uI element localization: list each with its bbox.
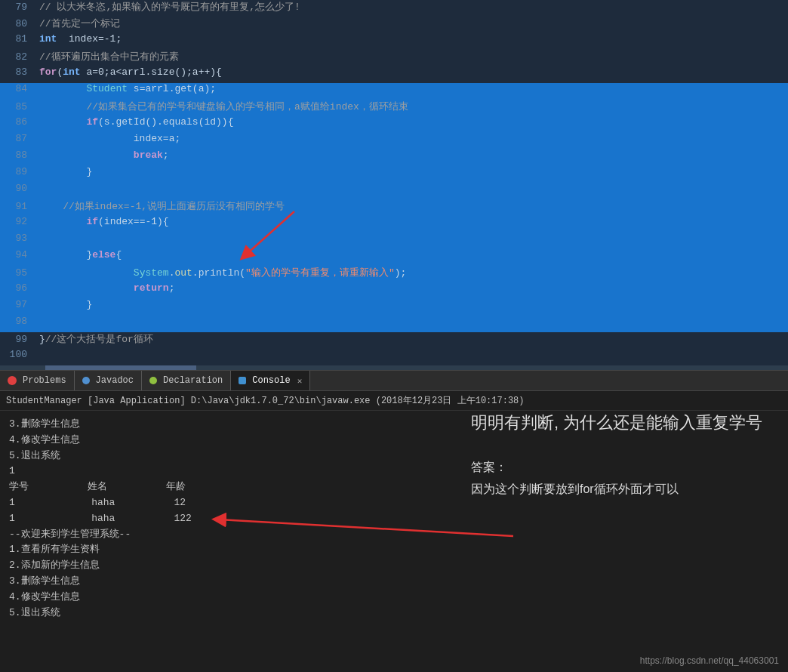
code-line-87: 87 index=a; <box>0 133 788 150</box>
line-number: 97 <box>0 299 36 310</box>
line-content: for(int a=0;a<arrl.size();a++){ <box>36 66 788 78</box>
line-content: } <box>36 166 788 177</box>
code-line-90: 90 <box>0 183 788 199</box>
line-number: 79 <box>0 2 36 13</box>
code-line-98: 98 <box>0 316 788 332</box>
code-line-100: 100 <box>0 349 788 365</box>
line-content: System.out.println("输入的学号有重复，请重新输入"); <box>36 266 788 279</box>
line-number: 85 <box>0 101 36 113</box>
line-content: } <box>36 299 788 310</box>
line-number: 82 <box>0 51 36 63</box>
console-line: 1 haha 122 <box>9 511 779 527</box>
line-content: }//这个大括号是for循环 <box>36 332 788 346</box>
line-content: Student s=arrl.get(a); <box>36 83 788 94</box>
line-number: 93 <box>0 233 36 244</box>
code-line-83: 83for(int a=0;a<arrl.size();a++){ <box>0 66 788 83</box>
line-number: 91 <box>0 201 36 212</box>
console-line: 5.退出系统 <box>9 606 779 621</box>
code-line-95: 95 System.out.println("输入的学号有重复，请重新输入"); <box>0 266 788 282</box>
line-content: break; <box>36 150 788 161</box>
tab-javadoc[interactable]: Javadoc <box>75 371 142 390</box>
tab-problems[interactable]: Problems <box>0 371 75 390</box>
line-number: 90 <box>0 183 36 194</box>
tab-console[interactable]: Console ✕ <box>231 371 310 390</box>
line-number: 84 <box>0 83 36 94</box>
declaration-tab-label: Declaration <box>163 375 223 386</box>
code-scrollbar[interactable] <box>0 365 788 370</box>
javadoc-tab-label: Javadoc <box>96 375 134 386</box>
line-content: index=a; <box>36 133 788 144</box>
code-line-79: 79// 以大米冬恣,如果输入的学号厩已有的有里复,怎么少了! <box>0 0 788 17</box>
code-line-81: 81int index=-1; <box>0 33 788 50</box>
watermark: https://blog.csdn.net/qq_44063001 <box>640 655 779 666</box>
line-number: 89 <box>0 166 36 177</box>
code-line-85: 85 //如果集合已有的学号和键盘输入的学号相同，a赋值给index，循环结束 <box>0 100 788 116</box>
console-line: 4.修改学生信息 <box>9 590 779 606</box>
tab-declaration[interactable]: Declaration <box>142 371 231 390</box>
line-number: 80 <box>0 18 36 29</box>
line-number: 83 <box>0 66 36 78</box>
problems-icon <box>8 376 17 385</box>
line-content: //循环遍历出集合中已有的元素 <box>36 50 788 63</box>
code-line-86: 86 if(s.getId().equals(id)){ <box>0 116 788 133</box>
console-tab-label: Console <box>252 375 290 386</box>
problems-tab-label: Problems <box>23 375 66 386</box>
line-number: 100 <box>0 349 36 360</box>
line-number: 88 <box>0 150 36 161</box>
code-line-93: 93 <box>0 233 788 249</box>
annotation-answer: 答案： 因为这个判断要放到for循环外面才可以 <box>471 457 758 501</box>
line-content: }else{ <box>36 249 788 260</box>
watermark-text: https://blog.csdn.net/qq_44063001 <box>640 655 779 666</box>
run-info-bar: StudentManager [Java Application] D:\Jav… <box>0 391 788 411</box>
code-line-91: 91 //如果index=-1,说明上面遍历后没有相同的学号 <box>0 199 788 216</box>
code-line-80: 80//首先定一个标记 <box>0 17 788 33</box>
line-content: //首先定一个标记 <box>36 17 788 30</box>
code-line-84: 84 Student s=arrl.get(a); <box>0 83 788 100</box>
code-line-92: 92 if(index==-1){ <box>0 216 788 233</box>
line-number: 99 <box>0 334 36 345</box>
console-line: 3.删除学生信息 <box>9 574 779 590</box>
annotation-area: 明明有判断, 为什么还是能输入重复学号 答案： 因为这个判断要放到for循环外面… <box>471 412 758 501</box>
declaration-icon <box>149 377 157 384</box>
line-number: 92 <box>0 216 36 227</box>
line-content: //如果index=-1,说明上面遍历后没有相同的学号 <box>36 199 788 213</box>
code-line-94: 94 }else{ <box>0 249 788 266</box>
console-line: --欢迎来到学生管理系统-- <box>9 527 779 543</box>
line-number: 81 <box>0 33 36 45</box>
code-line-96: 96 return; <box>0 282 788 299</box>
console-icon <box>239 377 246 384</box>
console-line: 1.查看所有学生资料 <box>9 542 779 558</box>
line-number: 94 <box>0 249 36 260</box>
scrollbar-thumb[interactable] <box>45 365 196 370</box>
line-number: 98 <box>0 316 36 327</box>
line-content: //如果集合已有的学号和键盘输入的学号相同，a赋值给index，循环结束 <box>36 100 788 113</box>
code-line-97: 97 } <box>0 299 788 316</box>
line-content: // 以大米冬恣,如果输入的学号厩已有的有里复,怎么少了! <box>36 0 788 14</box>
code-line-99: 99}//这个大括号是for循环 <box>0 332 788 349</box>
line-content: if(index==-1){ <box>36 216 788 227</box>
line-number: 87 <box>0 133 36 144</box>
tab-bar: Problems Javadoc Declaration Console ✕ <box>0 370 788 391</box>
line-number: 86 <box>0 116 36 128</box>
line-number: 95 <box>0 267 36 279</box>
annotation-title: 明明有判断, 为什么还是能输入重复学号 <box>471 412 758 434</box>
javadoc-icon <box>82 377 90 384</box>
code-line-89: 89 } <box>0 166 788 183</box>
run-info-text: StudentManager [Java Application] D:\Jav… <box>6 396 525 406</box>
line-content: int index=-1; <box>36 33 788 45</box>
line-content: if(s.getId().equals(id)){ <box>36 116 788 128</box>
code-line-82: 82//循环遍历出集合中已有的元素 <box>0 50 788 66</box>
answer-label: 答案： <box>471 461 507 473</box>
console-close-button[interactable]: ✕ <box>297 376 303 386</box>
console-line: 2.添加新的学生信息 <box>9 558 779 574</box>
code-editor: 79// 以大米冬恣,如果输入的学号厩已有的有里复,怎么少了!80//首先定一个… <box>0 0 788 370</box>
line-content: return; <box>36 282 788 294</box>
line-number: 96 <box>0 282 36 294</box>
code-line-88: 88 break; <box>0 150 788 166</box>
answer-text: 因为这个判断要放到for循环外面才可以 <box>471 482 679 495</box>
